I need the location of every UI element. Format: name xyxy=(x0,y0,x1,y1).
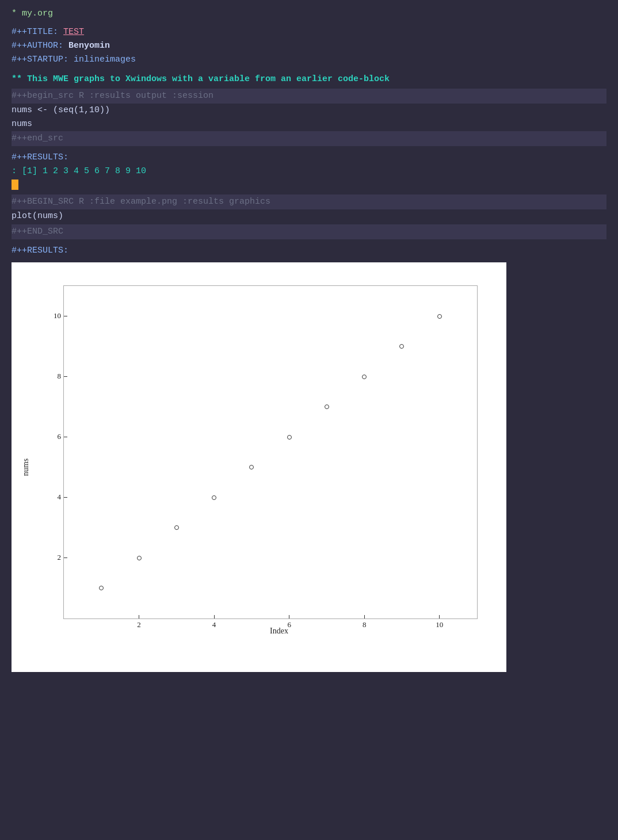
src2-end: #++END_SRC xyxy=(12,224,606,239)
results2-header-line: #++RESULTS: xyxy=(12,244,606,258)
startup-text: #++STARTUP: inlineimages xyxy=(12,55,136,64)
plot-container: nums 246810246810 Index xyxy=(12,262,506,672)
x-tick-label: 4 xyxy=(212,619,216,631)
src2-line1: plot(nums) xyxy=(12,209,606,223)
author-key: #++AUTHOR: xyxy=(12,41,63,51)
org-star-line: * my.org xyxy=(12,7,606,21)
title-line: #++TITLE: TEST xyxy=(12,25,606,39)
data-point xyxy=(437,314,442,319)
startup-line: #++STARTUP: inlineimages xyxy=(12,53,606,67)
x-tick-label: 8 xyxy=(363,619,367,631)
data-point xyxy=(325,404,329,409)
cursor-line xyxy=(12,178,606,192)
y-tick-label: 4 xyxy=(58,491,62,503)
y-tick-label: 10 xyxy=(54,310,61,322)
author-val: Benyomin xyxy=(68,41,110,51)
results2-header: #++RESULTS: xyxy=(12,246,68,255)
x-axis-label: Index xyxy=(63,625,495,637)
data-point xyxy=(212,495,216,500)
data-point xyxy=(174,525,179,530)
x-tick-label: 2 xyxy=(137,619,141,631)
src1-line1: nums <- (seq(1,10)) xyxy=(12,104,606,117)
author-line: #++AUTHOR: Benyomin xyxy=(12,39,606,53)
meta-block: #++TITLE: TEST #++AUTHOR: Benyomin #++ST… xyxy=(12,25,606,67)
data-point xyxy=(249,465,254,469)
title-key: #++TITLE: xyxy=(12,27,58,37)
src2-header: #++BEGIN_SRC R :file example.png :result… xyxy=(12,194,606,209)
results1-output: : [1] 1 2 3 4 5 6 7 8 9 10 xyxy=(12,165,606,178)
org-star: * my.org xyxy=(12,9,53,18)
editor-area: * my.org #++TITLE: TEST #++AUTHOR: Benyo… xyxy=(0,0,618,684)
title-val: TEST xyxy=(63,27,84,37)
cursor xyxy=(12,180,18,190)
data-point xyxy=(362,375,367,379)
src1-end: #++end_src xyxy=(12,131,606,146)
data-point xyxy=(99,586,104,590)
data-point xyxy=(137,556,142,560)
y-tick-label: 6 xyxy=(58,431,62,443)
src1-header: #++begin_src R :results output :session xyxy=(12,89,606,104)
y-axis-label: nums xyxy=(20,459,32,476)
src2-block: #++BEGIN_SRC R :file example.png :result… xyxy=(12,194,606,239)
src1-block: #++begin_src R :results output :session … xyxy=(12,89,606,146)
results1-header: #++RESULTS: xyxy=(12,151,606,165)
heading-line: ** This MWE graphs to Xwindows with a va… xyxy=(12,72,606,86)
x-tick-label: 6 xyxy=(287,619,291,631)
chart-area: 246810246810 xyxy=(63,285,478,619)
data-point xyxy=(399,344,404,349)
x-tick-label: 10 xyxy=(436,619,443,631)
results1-block: #++RESULTS: : [1] 1 2 3 4 5 6 7 8 9 10 xyxy=(12,151,606,192)
y-tick-label: 8 xyxy=(58,371,62,383)
heading-text: ** This MWE graphs to Xwindows with a va… xyxy=(12,74,390,84)
data-point xyxy=(287,435,292,440)
y-tick-label: 2 xyxy=(58,552,62,564)
src1-line2: nums xyxy=(12,117,606,131)
